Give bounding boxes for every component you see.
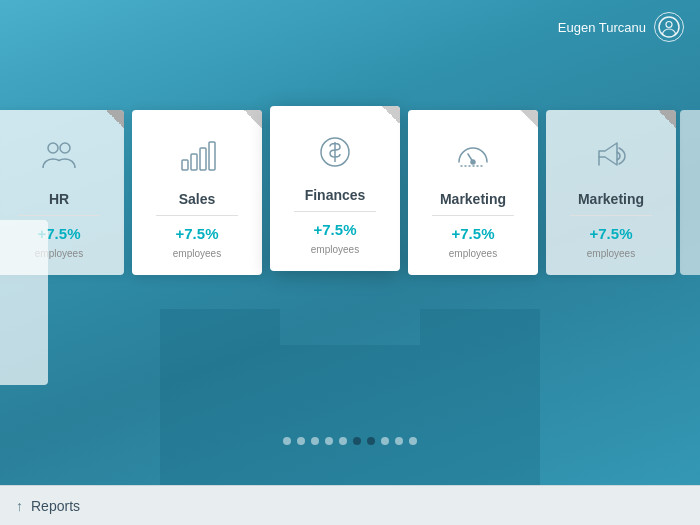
partial-right-card — [680, 110, 700, 275]
dot-8[interactable] — [381, 437, 389, 445]
svg-point-1 — [666, 22, 672, 28]
card-finances-label: employees — [311, 244, 359, 255]
card-finances-title: Finances — [305, 187, 366, 203]
card-marketing-stat: +7.5% — [452, 225, 495, 243]
card-marketing-label: employees — [449, 248, 497, 259]
card-sales-label: employees — [173, 248, 221, 259]
dot-6[interactable] — [353, 437, 361, 445]
dot-10[interactable] — [409, 437, 417, 445]
dot-4[interactable] — [325, 437, 333, 445]
svg-rect-6 — [200, 148, 206, 170]
card-marketing2[interactable]: Marketing +7.5% employees — [546, 110, 676, 275]
dot-1[interactable] — [283, 437, 291, 445]
card-hr-divider — [18, 215, 100, 216]
marketing-gauge-icon — [445, 128, 501, 184]
finances-icon — [307, 124, 363, 180]
avatar[interactable] — [654, 12, 684, 42]
card-finances[interactable]: Finances +7.5% employees — [270, 106, 400, 271]
card-marketing2-stat: +7.5% — [590, 225, 633, 243]
reports-label[interactable]: Reports — [31, 498, 80, 514]
cards-container: HR +7.5% employees Sales +7.5% employees — [0, 110, 700, 275]
card-marketing2-label: employees — [587, 248, 635, 259]
card-hr-title: HR — [49, 191, 69, 207]
svg-point-3 — [60, 143, 70, 153]
hr-icon — [31, 128, 87, 184]
svg-rect-7 — [209, 142, 215, 170]
dot-7[interactable] — [367, 437, 375, 445]
card-wrapper-finances: Finances +7.5% employees — [266, 110, 404, 275]
dot-5[interactable] — [339, 437, 347, 445]
card-marketing-title: Marketing — [440, 191, 506, 207]
partial-left-card — [0, 220, 48, 385]
bottom-bar: ↑ Reports — [0, 485, 700, 525]
reports-arrow-icon: ↑ — [16, 498, 23, 514]
dot-2[interactable] — [297, 437, 305, 445]
card-marketing2-title: Marketing — [578, 191, 644, 207]
card-finances-stat: +7.5% — [314, 221, 357, 239]
svg-point-2 — [48, 143, 58, 153]
card-sales-title: Sales — [179, 191, 216, 207]
card-wrapper-marketing: Marketing +7.5% employees — [404, 110, 542, 275]
card-sales-stat: +7.5% — [176, 225, 219, 243]
card-marketing-divider — [432, 215, 514, 216]
svg-point-9 — [471, 160, 475, 164]
header: Eugen Turcanu — [542, 0, 700, 54]
megaphone-icon — [583, 128, 639, 184]
card-sales[interactable]: Sales +7.5% employees — [132, 110, 262, 275]
dot-9[interactable] — [395, 437, 403, 445]
sales-icon — [169, 128, 225, 184]
dot-3[interactable] — [311, 437, 319, 445]
card-finances-divider — [294, 211, 376, 212]
card-wrapper-sales: Sales +7.5% employees — [128, 110, 266, 275]
card-marketing[interactable]: Marketing +7.5% employees — [408, 110, 538, 275]
carousel-dots — [0, 437, 700, 445]
svg-rect-4 — [182, 160, 188, 170]
card-wrapper-marketing2: Marketing +7.5% employees — [542, 110, 680, 275]
user-name: Eugen Turcanu — [558, 20, 646, 35]
svg-rect-5 — [191, 154, 197, 170]
card-marketing2-divider — [570, 215, 652, 216]
card-sales-divider — [156, 215, 238, 216]
